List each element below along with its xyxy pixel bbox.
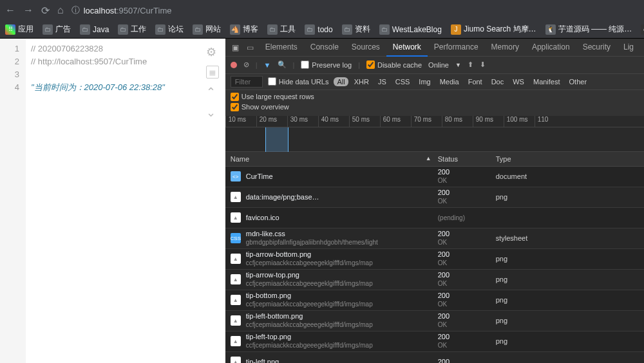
sort-icon: ▲ [426,155,431,163]
info-icon: ⓘ [71,5,80,16]
network-row[interactable]: tip-left-bottom.pngccfjcepmiaackkccabgee… [225,311,644,331]
tab-console[interactable]: Console [304,39,345,57]
download-icon[interactable]: ⬇ [480,60,486,69]
tab-application[interactable]: Application [526,39,576,57]
chevron-down-icon[interactable]: ▼ [455,62,461,68]
filter-pill-all[interactable]: All [334,77,348,86]
apps-button[interactable]: ⠿应用 [5,24,33,35]
clear-icon[interactable]: ⊘ [243,60,249,69]
large-rows-checkbox[interactable]: Use large request rows [231,93,639,101]
bookmark-item[interactable]: 🗀论坛 [155,24,184,35]
file-icon [231,336,241,346]
file-icon [231,357,241,363]
network-row[interactable]: tip-bottom.pngccfjcepmiaackkccabgeeegekl… [225,290,644,311]
file-icon [231,212,241,223]
network-row[interactable]: favicon.ico(pending) [225,208,644,228]
tab-network[interactable]: Network [386,39,428,57]
file-icon: <> [231,171,241,182]
tab-sources[interactable]: Sources [345,39,386,57]
network-toolbar: ⊘ | ▼ 🔍 | Preserve log | Disable cache O… [225,57,644,74]
devtools-panel: ▣ ▭ ElementsConsoleSourcesNetworkPerform… [225,39,644,363]
device-icon[interactable]: ▭ [244,43,256,52]
bookmark-item[interactable]: 🐧芋道源码 —— 纯源… [545,24,632,35]
col-status[interactable]: Status [438,155,496,163]
network-table-header: Name▲ Status Type [225,152,644,167]
bookmark-item[interactable]: 🗀网站 [193,24,221,35]
tab-performance[interactable]: Performance [428,39,485,57]
code-line: // 20200706223828 [31,42,225,55]
filter-bar: Hide data URLs AllXHRJSCSSImgMediaFontDo… [225,74,644,90]
file-icon [231,295,241,305]
throttle-select[interactable]: Online [428,61,449,69]
filter-pill-xhr[interactable]: XHR [351,77,372,86]
gear-icon[interactable]: ⚙ [206,45,219,59]
bookmark-item[interactable]: 🗀WestLakeBlog [379,24,442,35]
timeline-selection[interactable] [265,127,289,152]
record-icon[interactable] [231,62,237,68]
preserve-log-checkbox[interactable]: Preserve log [301,60,352,69]
col-name[interactable]: Name▲ [225,155,438,163]
file-icon [231,274,241,284]
filter-pill-manifest[interactable]: Manifest [530,77,564,86]
address-bar[interactable]: ⓘ localhost:9507/CurTime [71,5,172,16]
code-line: // http://localhost:9507/CurTime [31,55,225,68]
code-line: "当前时间为：2020-07-06 22:38:28" [31,81,225,94]
bookmark-item[interactable]: 🐴博客 [230,24,258,35]
file-icon: CSS [231,233,241,243]
network-options: Use large request rows Show overview [225,90,644,116]
bookmarks-bar: ⠿应用 🗀广告🗀Java🗀工作🗀论坛🗀网站🐴博客🗀工具🗀todo🗀资料🗀West… [0,21,644,39]
network-row[interactable]: <>CurTime200OKdocument [225,167,644,187]
bookmark-item[interactable]: 🗀工作 [118,24,146,35]
document-icon[interactable]: ≣ [206,66,219,79]
upload-icon[interactable]: ⬆ [468,60,473,69]
filter-pill-css[interactable]: CSS [392,77,413,86]
reload-icon[interactable]: ⟳ [41,5,50,17]
forward-icon[interactable]: → [23,5,33,16]
network-row[interactable]: CSSmdn-like.cssgbmdgpbipfallnfigajpaliib… [225,228,644,249]
home-icon[interactable]: ⌂ [57,5,64,16]
network-row[interactable]: tip-arrow-bottom.pngccfjcepmiaackkccabge… [225,249,644,270]
bookmark-item[interactable]: 🗀工具 [267,24,296,35]
network-row[interactable]: tip-arrow-top.pngccfjcepmiaackkccabgeeeg… [225,270,644,290]
bookmark-item[interactable]: 🗀todo [305,24,332,35]
hide-data-urls-checkbox[interactable]: Hide data URLs [268,77,329,86]
filter-pill-ws[interactable]: WS [509,77,527,86]
back-icon[interactable]: ← [5,5,15,16]
timeline-overview[interactable]: 10 ms20 ms30 ms40 ms50 ms60 ms70 ms80 ms… [225,116,644,152]
network-row[interactable]: tip-left-top.pngccfjcepmiaackkccabgeeege… [225,331,644,352]
bookmark-item[interactable]: ◐springcloud [641,24,644,35]
browser-toolbar: ← → ⟳ ⌂ ⓘ localhost:9507/CurTime [0,0,644,21]
code-content[interactable]: // 20200706223828 // http://localhost:95… [26,39,225,363]
file-icon [231,254,241,264]
filter-icon[interactable]: ▼ [264,61,271,69]
filter-pill-other[interactable]: Other [566,77,591,86]
tab-memory[interactable]: Memory [485,39,526,57]
disable-cache-checkbox[interactable]: Disable cache [366,60,422,69]
show-overview-checkbox[interactable]: Show overview [231,103,639,111]
filter-pill-img[interactable]: Img [415,77,433,86]
inspect-icon[interactable]: ▣ [229,43,242,52]
code-editor: 1 2 3 4 // 20200706223828 // http://loca… [0,39,225,363]
file-icon [231,192,241,202]
search-icon[interactable]: 🔍 [278,60,287,69]
chevron-up-icon[interactable]: ⌃ [206,85,219,99]
tab-elements[interactable]: Elements [259,39,304,57]
filter-pill-doc[interactable]: Doc [488,77,507,86]
bookmark-item[interactable]: 🗀资料 [342,24,370,35]
bookmark-item[interactable]: JJiumo Search 鸠摩… [451,24,536,35]
network-table: <>CurTime200OKdocumentdata:image/png;bas… [225,167,644,363]
line-gutter: 1 2 3 4 [0,39,26,363]
devtools-tabs: ▣ ▭ ElementsConsoleSourcesNetworkPerform… [225,39,644,57]
bookmark-item[interactable]: 🗀广告 [43,24,71,35]
bookmark-item[interactable]: 🗀Java [80,24,109,35]
network-row[interactable]: data:image/png;base…200OKpng [225,187,644,208]
col-type[interactable]: Type [496,155,644,163]
filter-pill-media[interactable]: Media [437,77,462,86]
chevron-down-icon[interactable]: ⌄ [206,106,219,120]
tab-security[interactable]: Security [576,39,617,57]
filter-pill-js[interactable]: JS [375,77,390,86]
filter-pill-font[interactable]: Font [465,77,486,86]
tab-lig[interactable]: Lig [617,39,640,57]
filter-input[interactable] [231,76,263,88]
network-row[interactable]: tip-left.png200 [225,352,644,363]
